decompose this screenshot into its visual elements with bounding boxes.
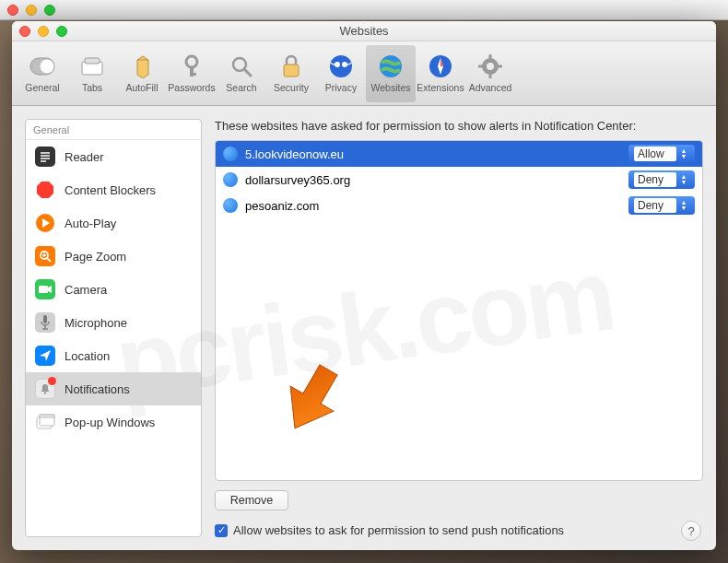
- tab-label: Security: [274, 82, 309, 93]
- tab-security[interactable]: Security: [266, 45, 316, 102]
- zoom-window-button[interactable]: [44, 5, 55, 16]
- svg-point-1: [41, 60, 54, 74]
- sidebar-item-popup-windows[interactable]: Pop-up Windows: [26, 405, 201, 439]
- svg-line-29: [47, 258, 51, 262]
- key-icon: [179, 53, 205, 79]
- sidebar-header: General: [26, 120, 201, 140]
- site-globe-icon: [223, 147, 238, 161]
- parent-window-titlebar: [0, 0, 728, 20]
- site-globe-icon: [223, 172, 238, 187]
- site-domain: pesoaniz.com: [245, 199, 621, 213]
- sidebar-item-page-zoom[interactable]: Page Zoom: [26, 240, 201, 273]
- permission-value: Deny: [634, 172, 676, 187]
- tab-search[interactable]: Search: [217, 45, 266, 102]
- site-globe-icon: [223, 198, 238, 213]
- tab-label: Extensions: [417, 82, 464, 93]
- svg-point-13: [380, 55, 402, 77]
- sidebar-item-microphone[interactable]: Microphone: [26, 306, 201, 339]
- tab-passwords[interactable]: Passwords: [167, 45, 217, 102]
- permission-select[interactable]: Deny ▲▼: [628, 170, 695, 189]
- svg-rect-17: [489, 54, 492, 59]
- sidebar-item-notifications[interactable]: Notifications: [26, 372, 201, 405]
- svg-point-16: [487, 63, 494, 70]
- permission-select[interactable]: Allow ▲▼: [628, 145, 695, 163]
- svg-point-4: [186, 56, 197, 67]
- globe-icon: [378, 53, 404, 79]
- sidebar-item-auto-play[interactable]: Auto-Play: [26, 206, 201, 240]
- pref-minimize-button[interactable]: [38, 26, 49, 37]
- remove-button[interactable]: Remove: [215, 490, 288, 510]
- tab-extensions[interactable]: Extensions: [416, 45, 465, 102]
- tab-label: AutoFill: [125, 82, 158, 93]
- checkbox-label: Allow websites to ask for permission to …: [233, 523, 564, 537]
- zoom-icon: [35, 246, 55, 266]
- search-icon: [229, 53, 254, 79]
- svg-marker-37: [40, 350, 51, 361]
- site-row[interactable]: pesoaniz.com Deny ▲▼: [216, 193, 702, 218]
- preferences-window: Websites General Tabs AutoFill Passwords: [12, 21, 716, 550]
- main-header: These websites have asked for permission…: [215, 119, 703, 133]
- site-domain: 5.lookvideonow.eu: [245, 147, 621, 161]
- reader-icon: [35, 147, 55, 167]
- gear-icon: [477, 53, 503, 79]
- pref-zoom-button[interactable]: [56, 26, 67, 37]
- tab-label: Search: [226, 82, 256, 93]
- sidebar-item-camera[interactable]: Camera: [26, 273, 201, 306]
- site-row[interactable]: 5.lookvideonow.eu Allow ▲▼: [216, 141, 702, 167]
- tab-label: Websites: [371, 82, 411, 93]
- switch-icon: [29, 53, 55, 79]
- minimize-window-button[interactable]: [26, 5, 37, 16]
- svg-rect-19: [478, 65, 483, 68]
- microphone-icon: [35, 312, 55, 333]
- camera-icon: [35, 279, 55, 299]
- site-row[interactable]: dollarsurvey365.org Deny ▲▼: [216, 167, 702, 193]
- sidebar-item-label: Content Blockers: [65, 183, 156, 197]
- svg-rect-20: [498, 65, 502, 68]
- tab-tabs[interactable]: Tabs: [67, 45, 117, 102]
- sidebar-item-content-blockers[interactable]: Content Blockers: [26, 173, 201, 206]
- tab-privacy[interactable]: Privacy: [316, 45, 366, 102]
- svg-point-12: [342, 62, 347, 67]
- tab-autofill[interactable]: AutoFill: [117, 45, 167, 102]
- svg-rect-18: [489, 74, 492, 78]
- sidebar-item-location[interactable]: Location: [26, 339, 201, 372]
- svg-rect-32: [39, 286, 48, 293]
- permission-value: Allow: [634, 147, 676, 161]
- checkbox-checked-icon[interactable]: ✓: [215, 524, 228, 537]
- svg-rect-9: [284, 65, 299, 76]
- svg-point-38: [44, 392, 46, 393]
- close-window-button[interactable]: [7, 5, 18, 16]
- svg-rect-41: [40, 415, 54, 417]
- sidebar-item-label: Microphone: [65, 316, 127, 330]
- compass-icon: [428, 53, 453, 79]
- tab-websites[interactable]: Websites: [366, 45, 416, 102]
- content-area: pcrisk.com General Reader Content Blocke…: [12, 106, 716, 550]
- lock-icon: [278, 53, 304, 79]
- sidebar-item-label: Notifications: [65, 382, 130, 396]
- tab-label: General: [25, 82, 59, 93]
- chevron-updown-icon: ▲▼: [678, 174, 689, 185]
- svg-point-10: [330, 55, 352, 77]
- play-icon: [35, 213, 55, 233]
- sidebar: General Reader Content Blockers Auto-Pla…: [25, 119, 202, 537]
- sidebar-item-label: Reader: [65, 150, 104, 164]
- svg-point-11: [335, 62, 340, 67]
- window-icon: [35, 412, 55, 432]
- site-domain: dollarsurvey365.org: [245, 173, 621, 187]
- pref-close-button[interactable]: [19, 26, 30, 37]
- allow-ask-checkbox-row[interactable]: ✓ Allow websites to ask for permission t…: [215, 523, 703, 537]
- sidebar-item-label: Page Zoom: [65, 250, 126, 264]
- privacy-icon: [328, 53, 354, 79]
- location-icon: [35, 346, 55, 366]
- tab-general[interactable]: General: [18, 45, 67, 102]
- svg-rect-34: [43, 315, 47, 323]
- sidebar-item-reader[interactable]: Reader: [26, 140, 201, 173]
- help-button[interactable]: ?: [681, 521, 701, 541]
- permission-select[interactable]: Deny ▲▼: [628, 196, 695, 215]
- sidebar-item-label: Camera: [65, 283, 107, 297]
- tab-advanced[interactable]: Advanced: [465, 45, 515, 102]
- chevron-updown-icon: ▲▼: [678, 148, 689, 159]
- sidebar-item-label: Location: [65, 349, 110, 363]
- sidebar-item-label: Auto-Play: [65, 217, 116, 230]
- tab-label: Tabs: [82, 82, 102, 93]
